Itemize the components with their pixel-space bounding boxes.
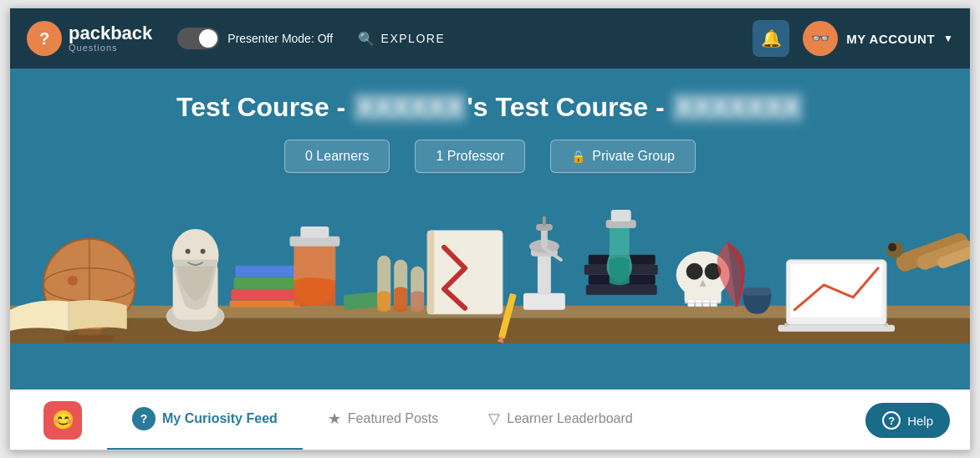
professor-label: 1 Professor bbox=[436, 149, 504, 164]
app-window: ? packback Questions Presenter Mode: Off… bbox=[9, 8, 971, 450]
hero-section: Test Course - XXXXXX's Test Course - XXX… bbox=[10, 69, 970, 389]
svg-point-13 bbox=[201, 249, 206, 254]
account-button[interactable]: 👓 MY ACCOUNT ▼ bbox=[803, 21, 953, 56]
svg-rect-17 bbox=[230, 301, 301, 308]
svg-rect-36 bbox=[543, 216, 546, 226]
presenter-toggle-area: Presenter Mode: Off bbox=[177, 28, 333, 49]
svg-rect-7 bbox=[64, 335, 115, 342]
svg-point-46 bbox=[687, 263, 703, 280]
avatar: 👓 bbox=[803, 21, 838, 56]
app-name: packback bbox=[69, 24, 152, 43]
learners-badge[interactable]: 0 Learners bbox=[284, 140, 390, 173]
svg-rect-19 bbox=[300, 226, 329, 238]
svg-rect-16 bbox=[236, 266, 296, 277]
hero-badges: 0 Learners 1 Professor 🔒 Private Group bbox=[284, 140, 696, 173]
explore-label: EXPLORE bbox=[381, 32, 446, 45]
private-group-label: Private Group bbox=[592, 149, 675, 164]
notifications-button[interactable]: 🔔 bbox=[753, 20, 789, 57]
search-icon: 🔍 bbox=[358, 31, 376, 47]
logo-text: packback Questions bbox=[69, 24, 152, 53]
svg-rect-56 bbox=[778, 325, 895, 332]
toggle-knob bbox=[199, 29, 217, 48]
logo-icon: ? bbox=[27, 21, 62, 56]
svg-rect-58 bbox=[885, 323, 888, 327]
presenter-mode-toggle[interactable] bbox=[177, 28, 219, 49]
featured-posts-icon: ★ bbox=[328, 410, 341, 428]
bell-icon: 🔔 bbox=[761, 28, 782, 48]
svg-rect-26 bbox=[427, 231, 503, 314]
title-blurred1: XXXXXX bbox=[353, 92, 467, 123]
chevron-down-icon: ▼ bbox=[943, 33, 953, 44]
svg-rect-38 bbox=[586, 285, 657, 295]
help-button[interactable]: ? Help bbox=[865, 403, 950, 438]
account-label: MY ACCOUNT bbox=[846, 32, 935, 46]
tab-curiosity-feed[interactable]: ? My Curiosity Feed bbox=[107, 390, 303, 450]
illustration bbox=[10, 222, 970, 389]
svg-point-5 bbox=[68, 276, 78, 286]
tabs-list: ? My Curiosity Feed ★ Featured Posts ▽ L… bbox=[107, 390, 937, 450]
featured-posts-label: Featured Posts bbox=[348, 411, 439, 426]
svg-rect-57 bbox=[784, 323, 788, 327]
curiosity-feed-label: My Curiosity Feed bbox=[162, 411, 278, 426]
help-icon: ? bbox=[882, 411, 901, 430]
lock-icon: 🔒 bbox=[571, 150, 585, 163]
avatar-icon: 👓 bbox=[811, 29, 829, 48]
svg-point-12 bbox=[186, 249, 191, 254]
help-label: Help bbox=[907, 414, 933, 428]
title-part1: Test Course - bbox=[176, 92, 353, 122]
svg-point-63 bbox=[888, 243, 896, 252]
app-subtitle: Questions bbox=[69, 43, 152, 53]
svg-rect-31 bbox=[538, 252, 551, 295]
course-title: Test Course - XXXXXX's Test Course - XXX… bbox=[176, 92, 804, 123]
illustration-svg bbox=[10, 176, 970, 344]
svg-rect-14 bbox=[232, 289, 299, 301]
tabs-bar: 😊 ? My Curiosity Feed ★ Featured Posts ▽… bbox=[10, 389, 970, 450]
svg-rect-43 bbox=[611, 210, 631, 221]
title-blurred2: XXXXXXX bbox=[671, 92, 803, 123]
feed-fab[interactable]: 😊 bbox=[43, 401, 82, 440]
tab-featured-posts[interactable]: ★ Featured Posts bbox=[303, 390, 464, 450]
fab-icon: 😊 bbox=[52, 410, 74, 431]
private-group-badge[interactable]: 🔒 Private Group bbox=[550, 140, 696, 173]
svg-rect-30 bbox=[523, 293, 565, 310]
title-part2: 's Test Course - bbox=[467, 92, 671, 122]
svg-rect-27 bbox=[427, 231, 434, 314]
leaderboard-label: Learner Leaderboard bbox=[507, 411, 632, 426]
presenter-mode-label: Presenter Mode: Off bbox=[227, 32, 333, 45]
navbar: ? packback Questions Presenter Mode: Off… bbox=[10, 8, 970, 69]
logo-area: ? packback Questions bbox=[27, 21, 152, 56]
svg-rect-53 bbox=[743, 288, 771, 296]
curiosity-feed-icon: ? bbox=[132, 407, 156, 430]
explore-link[interactable]: 🔍 EXPLORE bbox=[358, 31, 445, 47]
learners-label: 0 Learners bbox=[305, 149, 370, 164]
tab-learner-leaderboard[interactable]: ▽ Learner Leaderboard bbox=[463, 390, 657, 450]
professor-badge[interactable]: 1 Professor bbox=[415, 140, 525, 173]
svg-rect-15 bbox=[234, 277, 297, 289]
nav-right: 🔔 👓 MY ACCOUNT ▼ bbox=[753, 20, 953, 57]
leaderboard-icon: ▽ bbox=[488, 410, 500, 428]
